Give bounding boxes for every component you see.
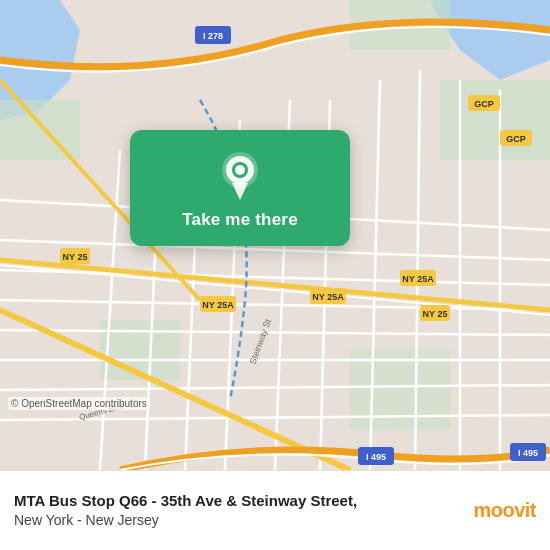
moovit-logo-text: moovit xyxy=(473,499,536,522)
svg-text:NY 25A: NY 25A xyxy=(402,274,434,284)
map-view: I 278 NY 25 NY 25A NY 25A NY 25A NY 25 G… xyxy=(0,0,550,470)
stop-info: MTA Bus Stop Q66 - 35th Ave & Steinway S… xyxy=(14,491,461,530)
svg-text:I 278: I 278 xyxy=(203,31,223,41)
footer: MTA Bus Stop Q66 - 35th Ave & Steinway S… xyxy=(0,470,550,550)
take-me-there-button[interactable]: Take me there xyxy=(182,210,298,230)
copyright-notice: © OpenStreetMap contributors xyxy=(8,397,150,410)
svg-text:NY 25: NY 25 xyxy=(423,309,448,319)
svg-text:I 495: I 495 xyxy=(366,452,386,462)
svg-rect-9 xyxy=(350,350,450,430)
svg-point-58 xyxy=(235,165,245,175)
moovit-logo: moovit xyxy=(473,499,536,522)
svg-text:GCP: GCP xyxy=(474,99,494,109)
svg-text:NY 25A: NY 25A xyxy=(312,292,344,302)
svg-text:I 495: I 495 xyxy=(518,448,538,458)
svg-text:NY 25A: NY 25A xyxy=(202,300,234,310)
svg-text:GCP: GCP xyxy=(506,134,526,144)
stop-location: New York - New Jersey xyxy=(14,511,461,530)
svg-marker-57 xyxy=(232,183,248,200)
svg-text:NY 25: NY 25 xyxy=(63,252,88,262)
location-pin-icon xyxy=(214,148,266,200)
navigation-card: Take me there xyxy=(130,130,350,246)
svg-rect-5 xyxy=(0,100,80,160)
stop-name: MTA Bus Stop Q66 - 35th Ave & Steinway S… xyxy=(14,491,461,511)
svg-rect-6 xyxy=(440,80,550,160)
